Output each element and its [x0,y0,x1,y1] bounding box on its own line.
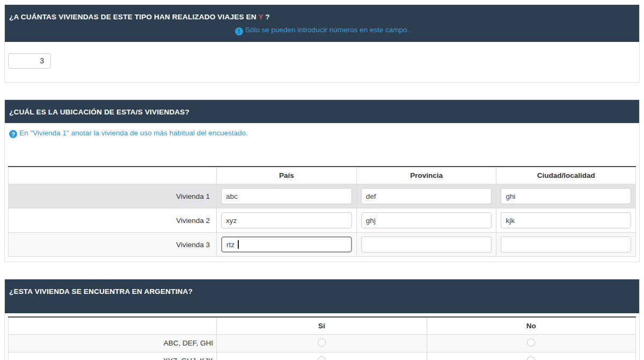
radio-xyz-no[interactable] [527,356,535,360]
column-header-ciudad: Ciudad/localidad [496,167,636,184]
vivienda1-pais-input[interactable] [221,188,352,204]
help-icon: ? [9,130,17,138]
row-label: ABC, DEF, GHI [9,334,217,352]
question-body: ?En "Vivienda 1" anotar la vivienda de u… [5,123,639,262]
question-header: ¿A CUÁNTAS VIVIENDAS DE ESTE TIPO HAN RE… [5,5,639,42]
column-header-provincia: Provincia [356,167,496,184]
table-row-xyz: XYZ, GHJ, KJK [9,352,636,360]
numeric-only-hint-text: Sólo se pueden introducir números en est… [245,26,409,34]
empty-corner-cell [9,167,217,184]
vivienda2-ciudad-input[interactable] [501,212,631,228]
question-title: ¿ESTA VIVIENDA SE ENCUENTRA EN ARGENTINA… [5,279,639,313]
question-block-argentina: ¿ESTA VIVIENDA SE ENCUENTRA EN ARGENTINA… [4,279,640,360]
row-label: Vivienda 3 [9,233,217,257]
question-title-text: ¿A CUÁNTAS VIVIENDAS DE ESTE TIPO HAN RE… [9,13,258,21]
question-title: ¿A CUÁNTAS VIVIENDAS DE ESTE TIPO HAN RE… [5,5,639,25]
row-label: Vivienda 1 [9,184,217,208]
vivienda3-provincia-input[interactable] [361,236,492,253]
radio-xyz-si[interactable] [318,356,326,360]
radio-abc-no[interactable] [527,339,535,347]
table-row-abc: ABC, DEF, GHI [9,334,636,352]
empty-corner-cell [9,317,217,335]
question-help: ?En "Vivienda 1" anotar la vivienda de u… [8,123,636,141]
vivienda3-ciudad-input[interactable] [501,236,631,253]
question-help-text: En "Vivienda 1" anotar la vivienda de us… [19,129,248,137]
question-title: ¿CUÁL ES LA UBICACIÓN DE ESTA/S VIVIENDA… [5,100,639,123]
vivienda1-provincia-input[interactable] [361,188,492,204]
argentina-header-row: Sí No [9,317,636,335]
row-label: XYZ, GHJ, KJK [9,352,217,360]
vivienda1-ciudad-input[interactable] [501,188,631,204]
ubicacion-table: País Provincia Ciudad/localidad Vivienda… [8,166,636,257]
table-row-vivienda-1: Vivienda 1 [9,184,636,208]
vivienda2-pais-input[interactable] [221,212,352,228]
vivienda2-provincia-input[interactable] [361,212,492,228]
question-title-suffix: ? [263,13,269,21]
radio-abc-si[interactable] [318,339,326,347]
question-header: ¿ESTA VIVIENDA SE ENCUENTRA EN ARGENTINA… [5,279,639,313]
question-block-ubicacion: ¿CUÁL ES LA UBICACIÓN DE ESTA/S VIVIENDA… [4,99,640,263]
question-block-viajes: ¿A CUÁNTAS VIVIENDAS DE ESTE TIPO HAN RE… [4,4,640,83]
ubicacion-header-row: País Provincia Ciudad/localidad [9,167,636,184]
question-body [5,53,639,82]
info-icon: ! [235,27,243,35]
argentina-table: Sí No ABC, DEF, GHI XYZ, GHJ, KJK [8,316,636,360]
viajes-count-input[interactable] [8,53,51,69]
question-body: Sí No ABC, DEF, GHI XYZ, GHJ, KJK [5,316,639,360]
vivienda3-pais-input[interactable] [221,236,352,253]
row-label: Vivienda 2 [9,208,217,233]
column-header-si: Sí [217,317,427,335]
question-header: ¿CUÁL ES LA UBICACIÓN DE ESTA/S VIVIENDA… [5,100,639,123]
column-header-no: No [427,317,635,335]
table-row-vivienda-3: Vivienda 3 [9,233,636,257]
table-row-vivienda-2: Vivienda 2 [9,208,636,233]
text-cursor [238,240,239,249]
column-header-pais: País [217,167,357,184]
numeric-only-hint: !Sólo se pueden introducir números en es… [5,25,639,42]
